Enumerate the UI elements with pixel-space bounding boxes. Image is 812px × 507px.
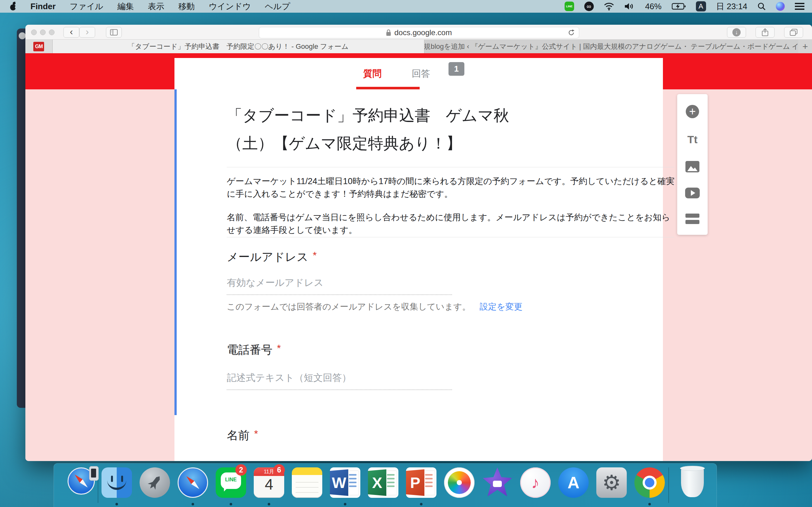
powerpoint-icon: P (406, 467, 437, 498)
dock-app-store[interactable]: A (558, 467, 589, 498)
input-source-icon[interactable]: A (696, 1, 706, 11)
browser-toolbar: ‹ › docs.google.com ↓ (26, 25, 812, 40)
running-indicator-line (230, 503, 232, 505)
notification-center-icon[interactable] (795, 3, 804, 10)
minimize-window-button[interactable] (40, 30, 46, 35)
calendar-badge: 6 (273, 464, 285, 475)
running-indicator-safari (192, 503, 194, 505)
word-icon: W (330, 467, 360, 498)
dock-finder[interactable] (101, 467, 132, 498)
form-title[interactable]: 「タブーコード」予約申込書 ゲムマ秋 （土）【ゲムマ限定特典あり！】 (227, 101, 509, 157)
creative-cloud-icon[interactable]: ∞ (584, 2, 594, 11)
dock-safari[interactable] (177, 467, 208, 498)
dock-excel[interactable]: X (368, 467, 398, 498)
downloads-button[interactable]: ↓ (727, 27, 746, 38)
menu-app-name[interactable]: Finder (31, 2, 55, 11)
chrome-icon (635, 467, 665, 498)
selected-section-indicator (174, 89, 177, 415)
gear-icon: ⚙ (596, 467, 627, 498)
running-indicator-finder (115, 503, 118, 505)
add-image-button[interactable] (686, 161, 699, 172)
tabs-overview-button[interactable] (784, 27, 803, 38)
dock-notes[interactable] (292, 467, 322, 498)
add-section-button[interactable] (686, 214, 699, 224)
add-video-button[interactable] (685, 187, 700, 199)
add-title-text-button[interactable]: Tt (687, 133, 698, 146)
back-button[interactable]: ‹ (63, 27, 79, 38)
email-collection-note: このフォームでは回答者のメールアドレスを収集しています。 設定を変更 (227, 301, 522, 313)
reload-button[interactable] (567, 29, 575, 37)
itunes-icon: ♪ (520, 467, 551, 498)
battery-icon (672, 3, 686, 10)
battery-percent: 46% (645, 2, 662, 11)
iphone-handoff-icon (89, 466, 99, 481)
launchpad-rocket-icon (140, 467, 170, 498)
dock-trash[interactable] (677, 467, 708, 498)
dock-handoff-safari[interactable] (67, 467, 98, 498)
sidebar-icon (110, 29, 118, 36)
phone-input[interactable]: 記述式テキスト（短文回答） (227, 372, 452, 390)
volume-icon[interactable] (624, 2, 635, 10)
finder-icon (101, 467, 132, 498)
tab-responses[interactable]: 回答 (412, 67, 430, 80)
gm-favicon: GM (33, 42, 44, 51)
change-settings-link[interactable]: 設定を変更 (479, 301, 523, 313)
wifi-icon[interactable] (604, 2, 614, 10)
address-bar[interactable]: docs.google.com (259, 27, 579, 38)
tab-questions[interactable]: 質問 (363, 67, 382, 80)
running-indicator-calendar (268, 503, 270, 505)
form-description-1[interactable]: ゲームマーケット11/24土曜日10時から17時の間に来られる方限定の予約フォー… (227, 175, 675, 200)
app-store-icon: A (558, 467, 589, 498)
notes-icon (292, 467, 322, 498)
close-window-button[interactable] (31, 30, 37, 35)
menu-bar: Finder ファイル 編集 表示 移動 ウインドウ ヘルプ LINE ∞ 46… (0, 0, 812, 13)
tab-bar: GM 「タブーコード」予約申込書 予約限定〇〇あり！ - Google フォーム… (26, 40, 812, 54)
share-button[interactable] (756, 27, 774, 38)
menu-view[interactable]: 表示 (148, 1, 164, 12)
dock-photos[interactable] (444, 467, 474, 498)
pinned-tab[interactable]: GM (26, 40, 53, 53)
dock-launchpad[interactable] (140, 467, 170, 498)
photos-icon (444, 467, 474, 498)
form-card: 「タブーコード」予約申込書 ゲムマ秋 （土）【ゲムマ限定特典あり！】 ゲームマー… (174, 89, 663, 461)
dock: LINE 2 11月4 6 W X P ♪ A ⚙ (54, 463, 717, 507)
dock-chrome[interactable] (635, 467, 665, 498)
active-tab[interactable]: 「タブーコード」予約申込書 予約限定〇〇あり！ - Google フォーム (53, 40, 424, 53)
apple-menu-icon[interactable] (9, 2, 16, 10)
running-indicator-word (344, 503, 346, 505)
line-status-icon[interactable]: LINE (565, 2, 574, 11)
dock-imovie[interactable] (482, 467, 513, 498)
spotlight-icon[interactable] (757, 2, 766, 10)
dock-system-preferences[interactable]: ⚙ (596, 467, 627, 498)
email-input[interactable]: 有効なメールアドレス (227, 276, 452, 295)
menu-edit[interactable]: 編集 (117, 1, 134, 12)
background-tab-title: 新規blogを追加 ‹ 『ゲームマーケット』公式サイト | 国内最大規模のアナロ… (424, 42, 799, 51)
safari-compass-icon (177, 467, 208, 498)
dock-word[interactable]: W (330, 467, 360, 498)
zoom-window-button[interactable] (49, 30, 55, 35)
imovie-icon (482, 467, 513, 498)
forward-button[interactable]: › (79, 27, 95, 38)
dock-itunes[interactable]: ♪ (520, 467, 551, 498)
line-badge: 2 (235, 464, 247, 475)
menu-clock[interactable]: 日 23:14 (716, 1, 747, 12)
form-description-2[interactable]: 名前、電話番号はゲムマ当日にを照らし合わせるために使用します。メールアドレスは予… (227, 211, 675, 236)
sidebar-toggle-button[interactable] (106, 27, 122, 38)
form-side-toolbar: + Tt (677, 94, 708, 235)
active-tab-title: 「タブーコード」予約申込書 予約限定〇〇あり！ - Google フォーム (128, 42, 349, 51)
siri-icon[interactable] (776, 2, 785, 11)
dock-powerpoint[interactable]: P (406, 467, 437, 498)
name-question-label[interactable]: 名前* (227, 428, 258, 443)
email-question-label[interactable]: メールアドレス* (227, 249, 317, 265)
new-tab-button[interactable]: + (798, 40, 812, 53)
menu-help[interactable]: ヘルプ (265, 1, 290, 12)
background-tab[interactable]: 新規blogを追加 ‹ 『ゲームマーケット』公式サイト | 国内最大規模のアナロ… (424, 40, 799, 53)
form-tabs-card: 質問 回答 1 (174, 58, 663, 89)
menu-file[interactable]: ファイル (69, 1, 103, 12)
google-forms-page: 質問 回答 1 「タブーコード」予約申込書 ゲムマ秋 （土）【ゲムマ限定特典あり… (26, 53, 812, 461)
add-question-button[interactable]: + (686, 105, 699, 118)
phone-question-label[interactable]: 電話番号* (227, 342, 281, 358)
share-icon (762, 28, 768, 37)
menu-go[interactable]: 移動 (178, 1, 195, 12)
menu-window[interactable]: ウインドウ (209, 1, 251, 12)
